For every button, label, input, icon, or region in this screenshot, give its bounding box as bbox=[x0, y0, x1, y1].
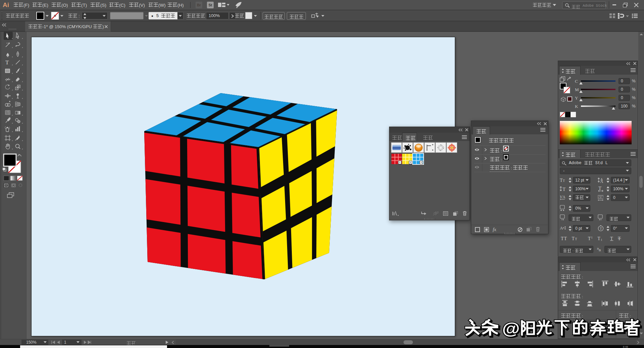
svg-text:A: A bbox=[600, 179, 603, 184]
svg-text:T: T bbox=[5, 59, 9, 66]
svg-text:T: T bbox=[600, 226, 602, 230]
svg-text:T: T bbox=[560, 178, 563, 183]
svg-text:A: A bbox=[601, 195, 603, 199]
svg-text:T: T bbox=[563, 179, 565, 183]
svg-text:a: a bbox=[563, 226, 564, 229]
svg-text:T: T bbox=[562, 187, 566, 192]
svg-text:T: T bbox=[598, 186, 601, 191]
svg-text:A: A bbox=[562, 195, 566, 199]
svg-text:@: @ bbox=[502, 319, 520, 338]
